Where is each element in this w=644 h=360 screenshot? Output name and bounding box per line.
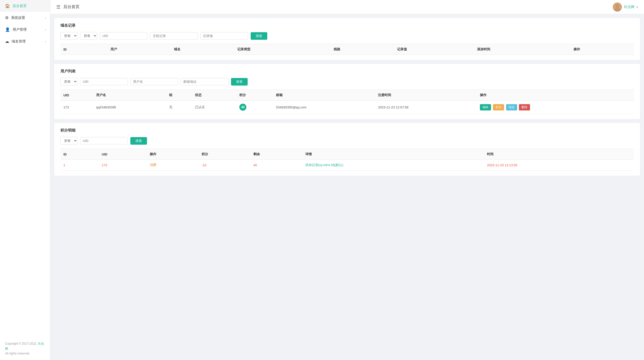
- topbar-right: 玖伍网 ▾: [613, 3, 638, 12]
- user-list-title: 用户列表: [60, 69, 634, 74]
- points-search-button[interactable]: 搜索: [130, 137, 147, 145]
- delete-button[interactable]: 删除: [519, 104, 530, 110]
- domain-icon: ☁: [5, 39, 9, 44]
- sidebar-footer: Copyright © 2017-2022. 玖伍网 All rights re…: [0, 337, 50, 360]
- svg-point-1: [616, 4, 619, 8]
- user-uid-input[interactable]: [80, 78, 128, 85]
- points-detail-title: 积分明细: [60, 128, 634, 133]
- chevron-right-icon: ›: [45, 40, 46, 43]
- main-wrapper: ☰ 后台首页 玖伍网 ▾ 域名记录 所有: [50, 0, 644, 360]
- home-icon: 🏠: [5, 4, 10, 8]
- cell-time: 2023-11-23 12:13:50: [484, 160, 634, 171]
- sidebar-item-label: 系统设置: [11, 16, 25, 20]
- user-search-button[interactable]: 搜索: [231, 78, 248, 86]
- col-id: ID: [60, 44, 107, 55]
- cell-group: 无: [166, 101, 192, 114]
- topbar: ☰ 后台首页 玖伍网 ▾: [50, 0, 644, 14]
- cell-email: 534830395@qq.com: [273, 101, 375, 114]
- sidebar-item-settings[interactable]: ⚙ 系统设置 ›: [0, 12, 50, 24]
- user-filter-select[interactable]: 所有: [60, 78, 78, 86]
- cell-uid: 173: [99, 160, 147, 171]
- points-detail-filters: 所有 搜索: [60, 137, 634, 145]
- col-record-type: 记录类型: [234, 44, 331, 55]
- user-list-filters: 所有 搜索: [60, 78, 634, 86]
- col-operation: 操作: [147, 149, 199, 160]
- col-detail: 详情: [302, 149, 484, 160]
- sidebar-item-home[interactable]: 🏠 后台首页: [0, 0, 50, 12]
- chevron-right-icon: ›: [45, 16, 46, 20]
- username-label[interactable]: 玖伍网: [624, 5, 634, 9]
- cell-reg-time: 2023-11-23 12:07:58: [375, 101, 477, 114]
- col-remaining: 剩余: [250, 149, 302, 160]
- user-list-table: UID 用户名 组 状态 积分 邮箱 注册时间 操作 173 qq5348303…: [60, 90, 634, 114]
- col-line: 线路: [331, 44, 394, 55]
- sidebar-item-label: 用户管理: [13, 27, 27, 32]
- domain-uid-input[interactable]: [100, 32, 147, 39]
- col-user: 用户: [107, 44, 171, 55]
- col-points: 积分: [236, 90, 273, 101]
- col-action: 操作: [571, 44, 634, 55]
- dropdown-icon[interactable]: ▾: [636, 5, 638, 9]
- rights-text: All rights reserved.: [5, 352, 30, 355]
- content-area: 域名记录 所有 所有 搜索 ID 用户 域名: [50, 14, 644, 360]
- col-status: 状态: [192, 90, 236, 101]
- domain-records-title: 域名记录: [60, 23, 634, 28]
- menu-icon[interactable]: ☰: [56, 4, 60, 10]
- sidebar: 🏠 后台首页 ⚙ 系统设置 › 👤 用户管理 › ☁ 域名管理 › Copyri…: [0, 0, 50, 360]
- points-detail-panel: 积分明细 所有 搜索 ID UID 操作 积分 剩余 详情: [54, 123, 640, 176]
- col-username: 用户名: [93, 90, 166, 101]
- col-points: 积分: [199, 149, 250, 160]
- col-add-time: 添加时间: [474, 44, 571, 55]
- table-row: 173 qq534830395 无 已认证 40 534830395@qq.co…: [60, 101, 634, 114]
- col-email: 邮箱: [273, 90, 375, 101]
- domain-value-input[interactable]: [200, 32, 248, 39]
- domain-button[interactable]: 域名: [506, 104, 517, 110]
- col-uid: UID: [99, 149, 147, 160]
- cell-points: 40: [236, 101, 273, 114]
- user-username-input[interactable]: [130, 78, 178, 85]
- sidebar-item-domains[interactable]: ☁ 域名管理 ›: [0, 35, 50, 47]
- cell-operation: 消费: [147, 160, 199, 171]
- table-row: 1 173 消费 -10 40 添加记录[xy.xdns.bf](默认) 202…: [60, 160, 634, 171]
- cell-detail: 添加记录[xy.xdns.bf](默认): [302, 160, 484, 171]
- domain-search-button[interactable]: 搜索: [251, 32, 267, 40]
- cell-uid: 173: [60, 101, 93, 114]
- domain-records-panel: 域名记录 所有 所有 搜索 ID 用户 域名: [54, 18, 640, 60]
- domain-filter-select2[interactable]: 所有: [80, 32, 97, 40]
- cell-points: -10: [199, 160, 250, 171]
- chevron-right-icon: ›: [45, 28, 46, 31]
- cell-id: 1: [60, 160, 99, 171]
- col-time: 时间: [484, 149, 634, 160]
- cell-remaining: 40: [250, 160, 302, 171]
- points-uid-input[interactable]: [80, 137, 128, 144]
- settings-icon: ⚙: [5, 15, 9, 20]
- points-filter-select[interactable]: 所有: [60, 137, 78, 145]
- col-reg-time: 注册时间: [375, 90, 477, 101]
- edit-button[interactable]: 编辑: [480, 104, 491, 110]
- domain-filter-select1[interactable]: 所有: [60, 32, 78, 40]
- col-uid: UID: [60, 90, 93, 101]
- cell-username: qq534830395: [93, 101, 166, 114]
- col-action: 操作: [477, 90, 634, 101]
- user-list-panel: 用户列表 所有 搜索 UID 用户名 组 状态 积分: [54, 64, 640, 119]
- avatar: [613, 3, 622, 12]
- col-id: ID: [60, 149, 99, 160]
- col-record-value: 记录值: [394, 44, 474, 55]
- points-button[interactable]: 积分: [493, 104, 504, 110]
- copyright-text: Copyright © 2017-2022.: [5, 342, 38, 345]
- cell-status: 已认证: [192, 101, 236, 114]
- sidebar-item-label: 域名管理: [12, 39, 26, 44]
- domain-records-table: ID 用户 域名 记录类型 线路 记录值 添加时间 操作: [60, 44, 634, 55]
- domain-host-input[interactable]: [150, 32, 198, 39]
- user-icon: 👤: [5, 27, 10, 32]
- col-group: 组: [166, 90, 192, 101]
- user-email-input[interactable]: [181, 78, 229, 85]
- col-domain: 域名: [171, 44, 234, 55]
- points-detail-table: ID UID 操作 积分 剩余 详情 时间 1 173 消费 -10 40 添加…: [60, 149, 634, 171]
- topbar-left: ☰ 后台首页: [56, 4, 80, 10]
- sidebar-item-label: 后台首页: [13, 4, 27, 8]
- page-title: 后台首页: [63, 4, 80, 10]
- domain-records-filters: 所有 所有 搜索: [60, 32, 634, 40]
- cell-actions: 编辑 积分 域名 删除: [477, 101, 634, 114]
- sidebar-item-users[interactable]: 👤 用户管理 ›: [0, 24, 50, 35]
